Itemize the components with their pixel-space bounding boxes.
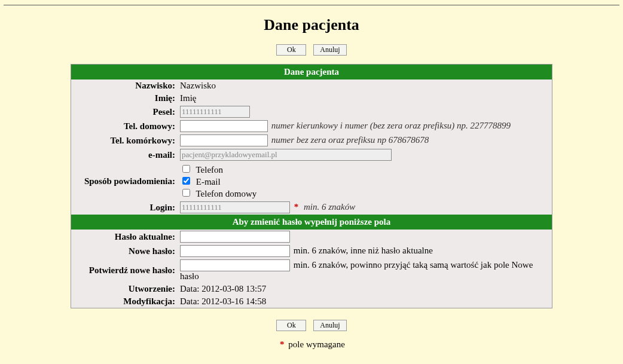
label-mobilephone: Tel. komórkowy:: [71, 133, 178, 148]
notify-email-checkbox[interactable]: [182, 177, 190, 185]
login-field: [180, 201, 290, 213]
page-title: Dane pacjenta: [0, 16, 623, 34]
label-confirmpw: Potwierdź nowe hasło:: [71, 258, 178, 283]
label-currentpw: Hasło aktualne:: [71, 230, 178, 244]
label-newpw: Nowe hasło:: [71, 244, 178, 258]
homephone-input[interactable]: [180, 120, 268, 132]
value-modified: Data: 2012-03-16 14:58: [178, 295, 552, 308]
label-modified: Modyfikacja:: [71, 295, 178, 308]
notify-phone-row: Telefon: [180, 163, 549, 175]
value-created: Data: 2012-03-08 13:57: [178, 283, 552, 295]
email-field: [180, 149, 392, 161]
confirm-password-input[interactable]: [180, 259, 290, 271]
notify-homephone-label: Telefon domowy: [196, 189, 256, 198]
patient-form-table: Dane pacjenta Nazwisko: Nazwisko Imię: I…: [71, 64, 552, 308]
hint-login: min. 6 znaków: [304, 202, 355, 212]
required-note-text: pole wymagane: [288, 339, 345, 349]
required-star-login: *: [292, 202, 301, 212]
label-firstname: Imię:: [71, 92, 178, 105]
label-login: Login:: [71, 200, 178, 215]
section-header-password: Aby zmienić hasło wypełnij poniższe pola: [71, 215, 552, 230]
bottom-button-row: Ok Anuluj: [0, 319, 623, 331]
notify-email-row: E-mail: [180, 175, 549, 187]
mobilephone-input[interactable]: [180, 134, 268, 146]
notify-homephone-checkbox[interactable]: [182, 189, 190, 197]
label-notify: Sposób powiadomienia:: [71, 162, 178, 200]
label-lastname: Nazwisko:: [71, 79, 178, 92]
hint-homephone: numer kierunkowy i numer (bez zera oraz …: [271, 121, 511, 130]
notify-email-label: E-mail: [196, 177, 221, 186]
pesel-field: [180, 106, 250, 118]
top-divider: [4, 5, 619, 5]
current-password-input[interactable]: [180, 231, 290, 243]
value-firstname: Imię: [178, 92, 552, 105]
top-button-row: Ok Anuluj: [0, 44, 623, 56]
new-password-input[interactable]: [180, 245, 290, 257]
ok-button-bottom[interactable]: Ok: [276, 320, 306, 331]
notify-phone-checkbox[interactable]: [182, 165, 190, 173]
label-created: Utworzenie:: [71, 283, 178, 295]
section-header-main: Dane pacjenta: [71, 65, 552, 80]
notify-phone-label: Telefon: [196, 165, 223, 175]
label-email: e-mail:: [71, 148, 178, 162]
label-pesel: Pesel:: [71, 105, 178, 119]
value-lastname: Nazwisko: [178, 79, 552, 92]
cancel-button-bottom[interactable]: Anuluj: [313, 320, 346, 331]
hint-mobilephone: numer bez zera oraz prefiksu np 67867867…: [271, 135, 429, 145]
required-note: * pole wymagane: [0, 339, 623, 350]
ok-button-top[interactable]: Ok: [276, 44, 306, 56]
label-homephone: Tel. domowy:: [71, 119, 178, 133]
cancel-button-top[interactable]: Anuluj: [313, 44, 346, 56]
notify-homephone-row: Telefon domowy: [180, 187, 549, 199]
hint-newpw: min. 6 znaków, inne niż hasło aktualne: [294, 246, 433, 255]
required-star-footer: *: [278, 339, 286, 349]
